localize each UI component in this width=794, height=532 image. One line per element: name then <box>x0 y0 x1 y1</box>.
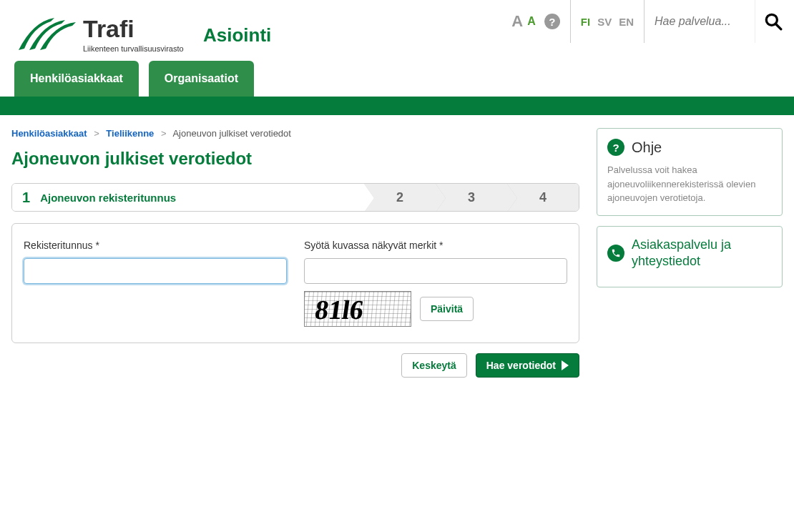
language-switcher: FI SV EN <box>570 0 644 43</box>
help-box: ? Ohje Palvelussa voit hakea ajoneuvolii… <box>597 128 783 216</box>
lang-en[interactable]: EN <box>619 16 634 28</box>
main-content: Henkilöasiakkaat > Tieliikenne > Ajoneuv… <box>11 128 579 378</box>
header-controls: A A ? FI SV EN <box>511 7 783 36</box>
captcha-label: Syötä kuvassa näkyvät merkit * <box>304 240 567 251</box>
contact-box[interactable]: Asiakaspalvelu ja yhteystiedot <box>597 226 783 288</box>
app-title: Asiointi <box>203 24 271 46</box>
submit-button-label: Hae verotiedot <box>486 360 556 371</box>
trafi-logo: Trafi Liikenteen turvallisuusvirasto <box>11 7 190 61</box>
breadcrumb-current: Ajoneuvon julkiset verotiedot <box>172 128 291 139</box>
contact-link[interactable]: Asiakaspalvelu ja yhteystiedot <box>632 237 772 270</box>
breadcrumb-separator: > <box>161 128 167 139</box>
refresh-captcha-button[interactable]: Päivitä <box>420 297 474 321</box>
tab-organisaatiot[interactable]: Organisaatiot <box>149 61 254 97</box>
submit-button[interactable]: Hae verotiedot <box>476 353 579 378</box>
breadcrumb-link-1[interactable]: Henkilöasiakkaat <box>11 128 87 139</box>
svg-line-3 <box>775 24 781 29</box>
help-icon: ? <box>607 139 624 156</box>
lang-sv[interactable]: SV <box>597 16 612 28</box>
cancel-button[interactable]: Keskeytä <box>401 353 467 378</box>
breadcrumb-link-2[interactable]: Tieliikenne <box>106 128 154 139</box>
svg-text:Trafi: Trafi <box>83 15 134 42</box>
step-4: 4 <box>507 184 579 211</box>
help-text: Palvelussa voit hakea ajoneuvoliikennere… <box>607 163 772 205</box>
step-indicator: 1 Ajoneuvon rekisteritunnus 2 3 4 <box>11 183 579 212</box>
breadcrumb-separator: > <box>94 128 99 139</box>
lang-fi[interactable]: FI <box>581 16 590 28</box>
header: Trafi Liikenteen turvallisuusvirasto Asi… <box>0 0 794 61</box>
font-size-large-button[interactable]: A <box>511 12 523 31</box>
search-icon[interactable] <box>764 12 783 31</box>
search-input[interactable] <box>655 15 755 28</box>
arrow-right-icon <box>562 360 569 370</box>
captcha-image: 81l6 <box>304 291 411 327</box>
page-title: Ajoneuvon julkiset verotiedot <box>11 149 579 169</box>
step-1-label: Ajoneuvon rekisteritunnus <box>40 192 176 204</box>
svg-text:81l6: 81l6 <box>313 295 366 325</box>
step-2: 2 <box>364 184 436 211</box>
form-panel: Rekisteritunnus * Syötä kuvassa näkyvät … <box>11 223 579 343</box>
nav-tabs: Henkilöasiakkaat Organisaatiot <box>0 61 794 97</box>
tab-henkiloasiakkaat[interactable]: Henkilöasiakkaat <box>14 61 139 97</box>
logo-area[interactable]: Trafi Liikenteen turvallisuusvirasto Asi… <box>11 7 271 61</box>
nav-bar <box>0 97 794 115</box>
svg-text:Liikenteen turvallisuusvirasto: Liikenteen turvallisuusvirasto <box>83 44 184 53</box>
search-box <box>655 0 755 43</box>
phone-icon <box>607 245 624 262</box>
reg-input[interactable] <box>24 258 287 284</box>
step-3: 3 <box>436 184 507 211</box>
reg-label: Rekisteritunnus * <box>24 240 287 251</box>
form-actions: Keskeytä Hae verotiedot <box>11 353 579 378</box>
step-1-number: 1 <box>22 189 30 206</box>
help-icon[interactable]: ? <box>544 14 560 29</box>
sidebar: ? Ohje Palvelussa voit hakea ajoneuvolii… <box>597 128 783 297</box>
captcha-input[interactable] <box>304 258 567 284</box>
breadcrumb: Henkilöasiakkaat > Tieliikenne > Ajoneuv… <box>11 128 579 139</box>
step-1: 1 Ajoneuvon rekisteritunnus <box>12 184 364 211</box>
help-title: Ohje <box>632 139 662 156</box>
font-size-small-button[interactable]: A <box>527 15 536 28</box>
